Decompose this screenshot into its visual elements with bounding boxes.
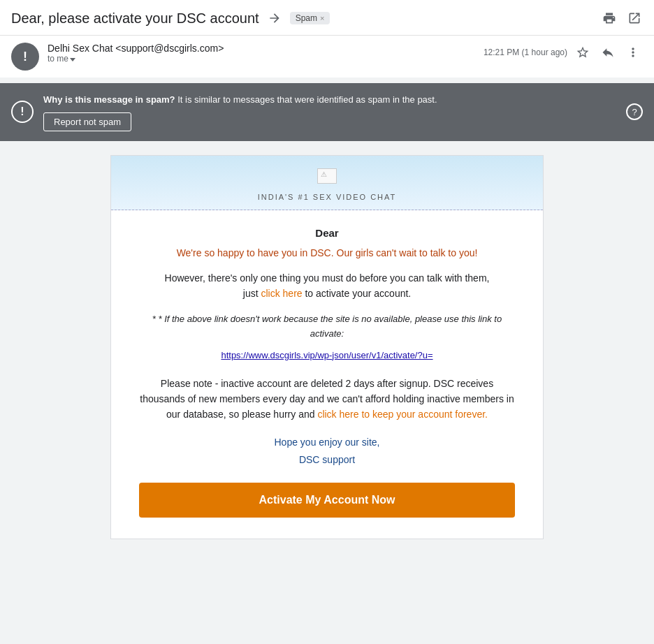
closing-line1: Hope you enjoy our site, [275,437,380,448]
warning-icon: ! [11,101,34,123]
however-text: However, there's only one thing you must… [139,270,515,302]
avatar: ! [11,43,39,71]
reply-button[interactable] [598,43,618,62]
popout-button[interactable] [626,10,643,27]
header-icons [601,10,643,27]
forward-icon [268,11,282,25]
sender-info: Delhi Sex Chat <support@dscgirls.com> to… [48,43,224,64]
note2-section: Please note - inactive account are delet… [139,376,515,423]
help-icon[interactable]: ? [626,103,643,120]
sender-right: 12:21 PM (1 hour ago) [484,43,643,62]
spam-warning-content: Why is this message in spam? It is simil… [43,93,437,131]
closing: Hope you enjoy our site, DSC support [139,434,515,469]
spam-question: Why is this message in spam? [43,94,175,105]
spam-reason: It is similar to messages that were iden… [175,94,437,105]
to-me-dropdown[interactable]: to me [48,54,224,64]
email-title-area: Dear, please activate your DSC account S… [11,10,601,27]
spam-warning-text: Why is this message in spam? It is simil… [43,93,437,107]
site-tagline: INDIA'S #1 SEX VIDEO CHAT [125,193,529,201]
star-button[interactable] [573,43,593,62]
chevron-down-icon [70,58,75,61]
closing-line2: DSC support [299,454,355,465]
sender-name: Delhi Sex Chat <support@dscgirls.com> [48,43,224,54]
broken-image [125,168,529,190]
timestamp: 12:21 PM (1 hour ago) [484,47,567,57]
email-header: Dear, please activate your DSC account S… [0,0,654,36]
click-here-link-2[interactable]: click here to keep your account forever. [317,409,488,420]
spam-badge-close[interactable]: × [320,14,324,22]
alt-link-section: https://www.dscgirls.vip/wp-json/user/v1… [139,349,515,363]
spam-badge-label: Spam [296,13,317,23]
email-body-wrapper: INDIA'S #1 SEX VIDEO CHAT Dear We're so … [0,147,654,548]
email-card-body: Dear We're so happy to have you in DSC. … [111,210,543,539]
happy-text: We're so happy to have you in DSC. Our g… [139,246,515,261]
print-button[interactable] [601,10,618,27]
greeting: Dear [139,227,515,239]
email-subject: Dear, please activate your DSC account [11,10,259,27]
report-not-spam-button[interactable]: Report not spam [43,112,131,131]
note-section: * * If the above link doesn't work becau… [139,312,515,342]
sender-row: ! Delhi Sex Chat <support@dscgirls.com> … [0,36,654,78]
spam-badge[interactable]: Spam × [290,12,330,24]
sender-left: ! Delhi Sex Chat <support@dscgirls.com> … [11,43,224,71]
activate-button[interactable]: Activate My Account Now [139,483,515,518]
activation-url-link[interactable]: https://www.dscgirls.vip/wp-json/user/v1… [221,350,433,360]
subject-rest: , please activate your DSC account [41,10,259,26]
email-card-header: INDIA'S #1 SEX VIDEO CHAT [111,156,543,210]
email-card: INDIA'S #1 SEX VIDEO CHAT Dear We're so … [110,155,544,540]
subject-dear: Dear [11,10,41,26]
spam-warning-left: ! Why is this message in spam? It is sim… [11,93,437,131]
spam-warning-bar: ! Why is this message in spam? It is sim… [0,83,654,141]
more-options-button[interactable] [623,43,643,62]
click-here-link-1[interactable]: click here [261,288,302,299]
